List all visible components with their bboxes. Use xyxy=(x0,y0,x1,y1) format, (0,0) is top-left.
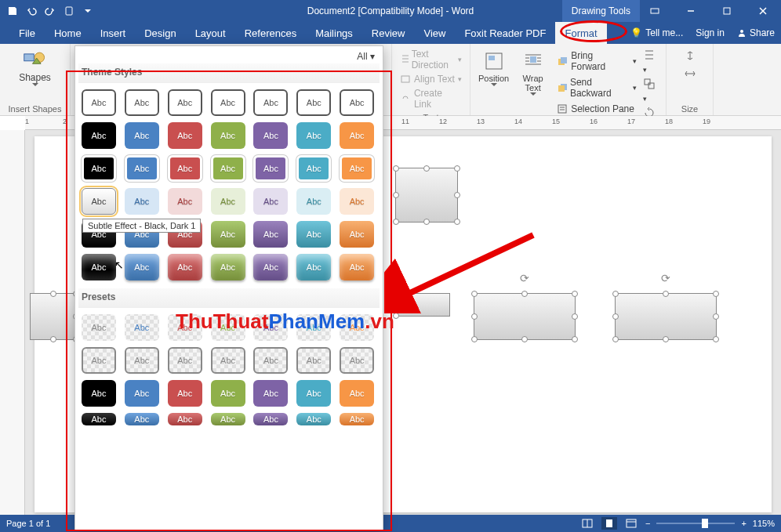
preset-swatch[interactable]: Abc xyxy=(253,314,288,341)
web-layout-icon[interactable] xyxy=(623,517,639,530)
style-swatch[interactable]: Abc xyxy=(253,122,288,149)
tab-insert[interactable]: Insert xyxy=(91,22,136,44)
style-swatch[interactable]: Abc xyxy=(82,89,116,116)
rotate-handle-icon[interactable]: ⟳ xyxy=(520,272,529,284)
style-swatch[interactable]: Abc xyxy=(125,155,159,182)
preset-swatch[interactable]: Abc xyxy=(296,380,331,407)
undo-icon[interactable] xyxy=(22,2,41,20)
selection-pane-button[interactable]: Selection Pane xyxy=(554,102,640,116)
preset-swatch[interactable]: Abc xyxy=(168,380,202,407)
preset-swatch[interactable]: Abc xyxy=(82,413,116,425)
align-text-button[interactable]: Align Text ▾ xyxy=(397,72,465,86)
preset-swatch[interactable]: Abc xyxy=(125,380,159,407)
minimize-icon[interactable] xyxy=(673,0,709,22)
shapes-gallery-icon[interactable] xyxy=(23,47,48,72)
shape-rectangle[interactable] xyxy=(30,293,77,340)
preset-swatch[interactable]: Abc xyxy=(340,347,374,374)
preset-swatch[interactable]: Abc xyxy=(211,347,245,374)
style-swatch[interactable]: Abc xyxy=(82,122,116,149)
style-swatch[interactable]: Abc xyxy=(125,89,159,116)
bring-forward-button[interactable]: Bring Forward ▾ xyxy=(554,49,640,74)
preset-swatch[interactable]: Abc xyxy=(253,380,288,407)
zoom-in-button[interactable]: + xyxy=(741,519,746,528)
zoom-level[interactable]: 115% xyxy=(753,519,775,528)
tab-design[interactable]: Design xyxy=(135,22,185,44)
style-swatch[interactable]: Abc xyxy=(340,155,374,182)
style-swatch[interactable]: Abc xyxy=(211,188,245,215)
style-swatch[interactable]: Abc xyxy=(211,254,245,280)
read-mode-icon[interactable] xyxy=(579,517,595,530)
preset-swatch[interactable]: Abc xyxy=(125,314,159,341)
preset-swatch[interactable]: Abc xyxy=(125,347,159,374)
style-swatch[interactable]: Abc xyxy=(253,155,288,182)
size-height-icon[interactable] xyxy=(684,50,696,63)
style-swatch[interactable]: Abc xyxy=(211,89,245,116)
style-swatch[interactable]: Abc xyxy=(211,221,245,248)
gallery-filter-dropdown[interactable]: All ▾ xyxy=(357,51,375,62)
shape-rectangle[interactable]: ⟳ xyxy=(615,293,717,340)
sign-in-link[interactable]: Sign in xyxy=(689,22,731,44)
tab-layout[interactable]: Layout xyxy=(186,22,235,44)
touch-mode-icon[interactable] xyxy=(60,2,78,20)
align-button[interactable]: ▾ xyxy=(643,49,661,74)
create-link-button[interactable]: Create Link xyxy=(397,86,465,111)
preset-swatch[interactable]: Abc xyxy=(340,413,374,425)
style-swatch[interactable]: Abc xyxy=(340,89,374,116)
send-backward-button[interactable]: Send Backward ▾ xyxy=(554,75,640,100)
group-button[interactable]: ▾ xyxy=(643,78,661,103)
print-layout-icon[interactable] xyxy=(601,517,617,530)
preset-swatch[interactable]: Abc xyxy=(211,314,245,341)
page-indicator[interactable]: Page 1 of 1 xyxy=(6,519,50,528)
zoom-out-button[interactable]: − xyxy=(645,519,650,528)
style-swatch[interactable]: Abc xyxy=(296,221,331,248)
tab-home[interactable]: Home xyxy=(45,22,91,44)
redo-icon[interactable] xyxy=(41,2,60,20)
tab-foxit[interactable]: Foxit Reader PDF xyxy=(455,22,555,44)
style-swatch[interactable]: Abc xyxy=(253,254,288,280)
tab-mailings[interactable]: Mailings xyxy=(306,22,362,44)
style-swatch[interactable]: Abc xyxy=(253,89,288,116)
style-swatch[interactable]: Abc xyxy=(82,254,116,280)
preset-swatch[interactable]: Abc xyxy=(82,347,116,374)
style-swatch[interactable]: Abc xyxy=(125,254,159,280)
preset-swatch[interactable]: Abc xyxy=(296,347,331,374)
zoom-slider[interactable] xyxy=(656,523,735,524)
style-swatch[interactable]: Abc xyxy=(296,188,331,215)
ribbon-display-icon[interactable] xyxy=(637,0,673,22)
preset-swatch[interactable]: Abc xyxy=(82,380,116,407)
tab-references[interactable]: References xyxy=(235,22,306,44)
style-swatch[interactable]: Abc xyxy=(168,122,202,149)
preset-swatch[interactable]: Abc xyxy=(168,347,202,374)
preset-swatch[interactable]: Abc xyxy=(211,380,245,407)
preset-swatch[interactable]: Abc xyxy=(253,347,288,374)
tab-view[interactable]: View xyxy=(414,22,455,44)
style-swatch[interactable]: Abc xyxy=(168,155,202,182)
style-swatch[interactable]: Abc xyxy=(296,155,331,182)
style-swatch[interactable]: Abc xyxy=(253,221,288,248)
maximize-icon[interactable] xyxy=(709,0,745,22)
style-swatch-hovered[interactable]: AbcSubtle Effect - Black, Dark 1 xyxy=(82,188,116,215)
shape-rectangle[interactable] xyxy=(395,168,458,223)
style-swatch[interactable]: Abc xyxy=(296,89,331,116)
customize-qat-icon[interactable] xyxy=(78,2,97,20)
style-swatch[interactable]: Abc xyxy=(340,188,374,215)
style-swatch[interactable]: Abc xyxy=(253,188,288,215)
tell-me-search[interactable]: 💡Tell me... xyxy=(624,22,689,44)
tab-review[interactable]: Review xyxy=(362,22,415,44)
text-direction-button[interactable]: Text Direction ▾ xyxy=(397,47,465,72)
style-swatch[interactable]: Abc xyxy=(211,122,245,149)
style-swatch[interactable]: Abc xyxy=(340,254,374,280)
preset-swatch[interactable]: Abc xyxy=(340,380,374,407)
shape-rectangle[interactable] xyxy=(395,293,450,317)
style-swatch[interactable]: Abc xyxy=(168,89,202,116)
style-swatch[interactable]: Abc xyxy=(168,254,202,280)
rotate-handle-icon[interactable]: ⟳ xyxy=(661,272,670,284)
style-swatch[interactable]: Abc xyxy=(340,122,374,149)
preset-swatch[interactable]: Abc xyxy=(168,413,202,425)
tab-format[interactable]: Format xyxy=(555,22,606,44)
style-swatch[interactable]: Abc xyxy=(125,122,159,149)
preset-swatch[interactable]: Abc xyxy=(340,314,374,341)
style-swatch[interactable]: Abc xyxy=(211,155,245,182)
preset-swatch[interactable]: Abc xyxy=(82,314,116,341)
style-swatch[interactable]: Abc xyxy=(125,188,159,215)
